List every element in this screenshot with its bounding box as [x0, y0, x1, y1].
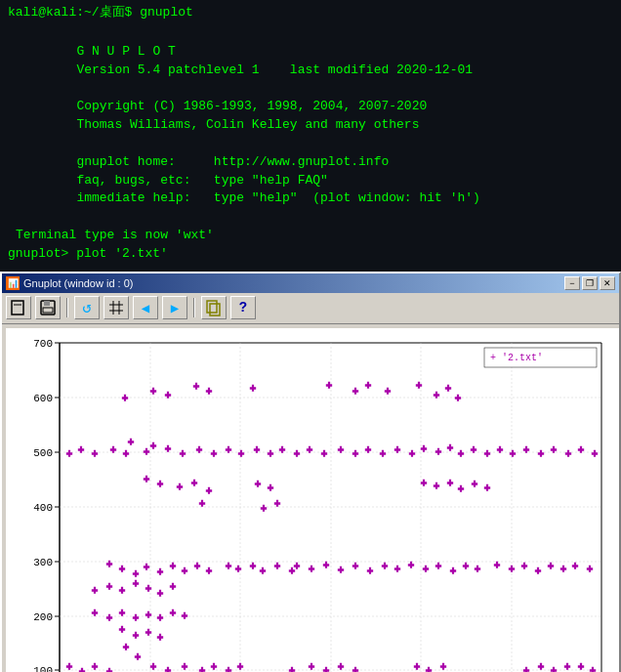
svg-text:+: +: [587, 565, 593, 575]
svg-text:+: +: [255, 480, 261, 490]
terminal: kali@kali:~/桌面$ gnuplot G N U P L O T Ve…: [0, 0, 621, 272]
svg-rect-10: [210, 304, 220, 315]
svg-text:+: +: [133, 631, 139, 642]
titlebar-controls[interactable]: − ❐ ✕: [564, 276, 615, 290]
svg-text:+: +: [590, 666, 596, 672]
svg-text:+: +: [260, 567, 266, 577]
terminal-line: G N U P L O T: [8, 43, 613, 62]
svg-text:+: +: [170, 609, 176, 619]
toolbar-revert-button[interactable]: ↺: [74, 296, 100, 319]
svg-text:+: +: [409, 449, 415, 460]
svg-text:+: +: [523, 666, 529, 672]
toolbar-save-button[interactable]: [35, 296, 61, 319]
svg-text:+: +: [423, 565, 429, 575]
svg-text:+: +: [122, 394, 128, 404]
svg-text:+: +: [150, 662, 156, 672]
svg-text:+: +: [509, 565, 515, 575]
svg-text:+: +: [79, 667, 85, 672]
svg-text:+: +: [135, 652, 141, 663]
svg-text:+: +: [385, 387, 391, 398]
plot-window-title: Gnuplot (window id : 0): [23, 277, 134, 289]
svg-text:+: +: [177, 483, 183, 493]
svg-text:+: +: [551, 445, 557, 456]
svg-text:+: +: [144, 447, 149, 458]
svg-text:+: +: [394, 565, 400, 575]
svg-text:+: +: [268, 483, 273, 494]
svg-text:+: +: [119, 586, 125, 597]
svg-text:+: +: [497, 445, 503, 456]
close-button[interactable]: ✕: [600, 276, 615, 290]
svg-text:+: +: [463, 562, 469, 572]
svg-text:+: +: [548, 562, 554, 572]
svg-text:+: +: [538, 449, 544, 460]
svg-text:+: +: [408, 561, 414, 571]
svg-text:+: +: [182, 611, 187, 622]
svg-text:400: 400: [33, 502, 53, 514]
svg-text:+: +: [458, 484, 464, 495]
svg-text:+: +: [484, 449, 490, 460]
plot-window-icon: 📊: [6, 276, 20, 290]
svg-text:+: +: [592, 449, 598, 460]
svg-text:+: +: [144, 563, 149, 573]
svg-text:+: +: [338, 445, 344, 456]
svg-text:+: +: [326, 381, 332, 392]
restore-button[interactable]: ❐: [582, 276, 598, 290]
svg-text:+: +: [471, 445, 476, 456]
terminal-line: Copyright (C) 1986-1993, 1998, 2004, 200…: [8, 98, 613, 116]
svg-text:+: +: [352, 449, 358, 460]
minimize-button[interactable]: −: [564, 276, 580, 290]
svg-text:+: +: [450, 567, 456, 577]
titlebar-left: 📊 Gnuplot (window id : 0): [6, 276, 134, 290]
svg-text:+: +: [352, 562, 358, 572]
svg-text:+: +: [238, 449, 244, 460]
terminal-command: gnuplot> plot '2.txt': [8, 245, 613, 264]
svg-text:+: +: [145, 584, 151, 595]
svg-text:+: +: [92, 449, 98, 460]
toolbar-copy-button[interactable]: [201, 296, 227, 319]
svg-text:+: +: [237, 662, 243, 672]
svg-text:+: +: [199, 666, 205, 672]
svg-text:+: +: [380, 449, 386, 460]
svg-text:+: +: [484, 483, 490, 494]
svg-text:+: +: [416, 381, 422, 392]
terminal-line: [8, 24, 613, 43]
svg-text:+: +: [106, 560, 112, 570]
svg-text:+: +: [535, 567, 541, 577]
svg-text:+: +: [426, 666, 432, 672]
svg-text:+: +: [578, 662, 584, 672]
svg-text:+: +: [323, 561, 329, 571]
svg-text:+: +: [144, 475, 149, 485]
svg-text:+: +: [250, 384, 256, 395]
svg-text:+: +: [475, 565, 480, 575]
svg-text:+: +: [394, 445, 400, 456]
svg-text:+: +: [538, 662, 544, 672]
svg-text:+: +: [564, 662, 570, 672]
svg-text:+: +: [150, 441, 156, 452]
terminal-status: Terminal type is now 'wxt': [8, 227, 613, 245]
svg-text:+: +: [434, 482, 439, 492]
svg-text:600: 600: [33, 393, 53, 404]
terminal-line: faq, bugs, etc: type "help FAQ": [8, 172, 613, 190]
svg-text:+: +: [226, 666, 231, 672]
svg-text:+: +: [414, 662, 420, 672]
svg-text:+: +: [157, 567, 163, 578]
svg-text:+: +: [321, 449, 327, 460]
svg-text:+: +: [294, 449, 300, 460]
svg-text:+: +: [510, 449, 516, 460]
svg-text:+: +: [170, 582, 176, 593]
svg-text:+: +: [119, 625, 125, 636]
svg-text:+: +: [206, 486, 212, 497]
toolbar-grid-button[interactable]: [104, 296, 129, 319]
toolbar-forward-button[interactable]: ▶: [162, 296, 187, 319]
toolbar-new-button[interactable]: [6, 296, 31, 319]
svg-text:+: +: [128, 438, 134, 448]
toolbar-back-button[interactable]: ◀: [133, 296, 158, 319]
svg-text:+: +: [274, 499, 280, 510]
svg-text:+: +: [226, 445, 231, 456]
terminal-line: [8, 208, 613, 227]
svg-rect-11: [6, 328, 619, 672]
svg-rect-4: [43, 308, 53, 313]
svg-text:+: +: [307, 445, 312, 456]
svg-text:+: +: [106, 613, 112, 624]
toolbar-help-button[interactable]: ?: [230, 296, 256, 319]
